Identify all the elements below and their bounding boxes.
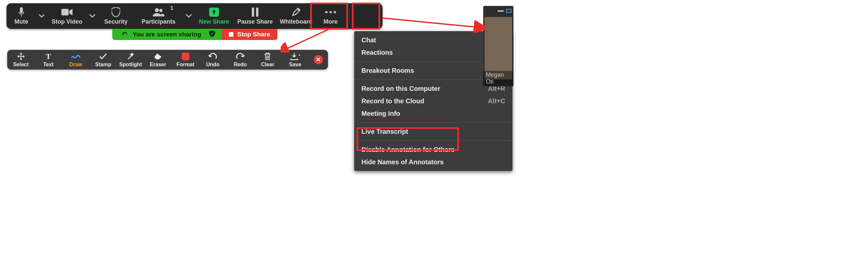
menu-live-transcript[interactable]: Live Transcript xyxy=(354,125,513,138)
ann-draw-label: Draw xyxy=(69,62,82,68)
eraser-icon xyxy=(154,52,162,61)
svg-rect-0 xyxy=(61,9,69,15)
ann-text-label: Text xyxy=(43,62,54,68)
stop-video-label: Stop Video xyxy=(52,18,83,25)
pencil-icon xyxy=(291,6,301,18)
ann-stamp-button[interactable]: Stamp xyxy=(90,50,117,70)
mute-button[interactable]: Mute xyxy=(6,3,36,29)
text-icon: T xyxy=(45,52,51,61)
menu-live-transcript-label: Live Transcript xyxy=(362,128,408,136)
download-icon xyxy=(290,52,300,61)
more-icon xyxy=(325,6,337,18)
menu-disable-annotation-label: Disable Annotation for Others xyxy=(362,146,455,153)
pause-icon xyxy=(251,6,259,18)
video-caret[interactable] xyxy=(87,3,98,29)
ann-text-button[interactable]: T Text xyxy=(35,50,62,70)
svg-point-7 xyxy=(330,11,332,13)
ann-clear-label: Clear xyxy=(261,62,274,68)
more-button[interactable]: More xyxy=(316,3,345,29)
arrow-to-more-menu xyxy=(379,13,491,33)
ann-save-button[interactable]: Save xyxy=(281,50,309,70)
arrow-to-annotation-bar xyxy=(281,26,337,52)
return-icon xyxy=(122,31,127,38)
new-share-button[interactable]: New Share xyxy=(194,3,234,29)
menu-disable-annotation[interactable]: Disable Annotation for Others xyxy=(354,143,513,156)
pause-share-button[interactable]: Pause Share xyxy=(234,3,276,29)
ann-format-label: Format xyxy=(177,62,194,68)
ann-stamp-label: Stamp xyxy=(95,62,111,68)
sharing-text: You are screen sharing xyxy=(133,31,201,38)
ann-undo-label: Undo xyxy=(206,62,220,68)
stop-icon xyxy=(229,32,234,37)
ann-spotlight-button[interactable]: Spotlight xyxy=(117,50,145,70)
minimize-icon[interactable] xyxy=(498,10,504,11)
ann-save-label: Save xyxy=(289,62,301,68)
security-button[interactable]: Security xyxy=(98,3,134,29)
ann-clear-button[interactable]: Clear xyxy=(254,50,282,70)
participants-button[interactable]: 1 Participants xyxy=(134,3,183,29)
new-share-label: New Share xyxy=(199,18,229,25)
menu-separator xyxy=(354,122,513,123)
format-icon xyxy=(182,52,189,61)
svg-rect-4 xyxy=(252,7,254,17)
ann-redo-label: Redo xyxy=(234,62,247,68)
shield-check-icon xyxy=(209,31,215,39)
menu-breakout-label: Breakout Rooms xyxy=(362,67,414,74)
share-toolbar: Mute Stop Video Security 1 Participants xyxy=(6,3,382,29)
trash-icon xyxy=(264,52,271,61)
ann-format-button[interactable]: Format xyxy=(172,50,199,70)
ann-undo-button[interactable]: Undo xyxy=(199,50,227,70)
whiteboard-label: Whiteboard xyxy=(280,18,313,25)
shield-icon xyxy=(112,6,120,18)
menu-hide-annotators-label: Hide Names of Annotators xyxy=(362,158,443,166)
close-icon: ✕ xyxy=(314,55,323,64)
ann-redo-button[interactable]: Redo xyxy=(226,50,254,70)
stop-share-label: Stop Share xyxy=(237,31,270,38)
svg-line-9 xyxy=(286,30,328,49)
svg-line-10 xyxy=(382,18,484,28)
svg-point-6 xyxy=(326,11,328,13)
ann-eraser-button[interactable]: Eraser xyxy=(145,50,172,70)
mute-label: Mute xyxy=(14,18,28,25)
pause-share-label: Pause Share xyxy=(237,18,273,25)
maximize-icon[interactable] xyxy=(506,9,512,13)
video-icon xyxy=(61,6,72,18)
thumbnail-name: Megan Oti xyxy=(483,71,513,86)
annotation-toolbar: Select T Text Draw Stamp Spotlight xyxy=(7,50,328,70)
ann-close-button[interactable]: ✕ xyxy=(309,50,328,70)
participants-label: Participants xyxy=(142,18,175,25)
move-icon xyxy=(17,52,25,61)
new-share-icon xyxy=(209,6,219,18)
menu-hide-annotators[interactable]: Hide Names of Annotators xyxy=(354,156,513,168)
more-label: More xyxy=(323,18,338,25)
redo-icon xyxy=(236,52,245,61)
menu-separator xyxy=(354,140,513,141)
participants-badge: 1 xyxy=(170,5,173,11)
menu-meeting-info-label: Meeting Info xyxy=(362,110,400,117)
svg-point-8 xyxy=(334,11,336,13)
menu-record-cloud-label: Record to the Cloud xyxy=(362,98,424,105)
sharing-indicator: You are screen sharing xyxy=(112,29,222,40)
svg-point-2 xyxy=(159,9,162,12)
ann-select-button[interactable]: Select xyxy=(7,50,35,70)
menu-chat-label: Chat xyxy=(362,36,376,44)
wand-icon xyxy=(127,52,134,61)
menu-reactions-label: Reactions xyxy=(362,49,393,57)
menu-record-local-label: Record on this Computer xyxy=(362,85,440,92)
security-label: Security xyxy=(104,18,127,25)
menu-record-cloud[interactable]: Record to the Cloud Alt+C xyxy=(354,95,513,107)
ann-eraser-label: Eraser xyxy=(150,62,166,68)
mute-caret[interactable] xyxy=(36,3,47,29)
menu-record-cloud-hotkey: Alt+C xyxy=(488,98,505,105)
ann-draw-button[interactable]: Draw xyxy=(62,50,90,70)
participants-icon xyxy=(153,6,164,18)
stop-share-button[interactable]: Stop Share xyxy=(222,29,277,40)
ann-spotlight-label: Spotlight xyxy=(119,62,142,68)
undo-icon xyxy=(209,52,217,61)
share-status-strip: You are screen sharing Stop Share xyxy=(112,29,277,40)
stop-video-button[interactable]: Stop Video xyxy=(47,3,87,29)
menu-meeting-info[interactable]: Meeting Info xyxy=(354,107,513,120)
whiteboard-button[interactable]: Whiteboard xyxy=(276,3,316,29)
participants-caret[interactable] xyxy=(183,3,194,29)
mic-icon xyxy=(17,6,26,18)
